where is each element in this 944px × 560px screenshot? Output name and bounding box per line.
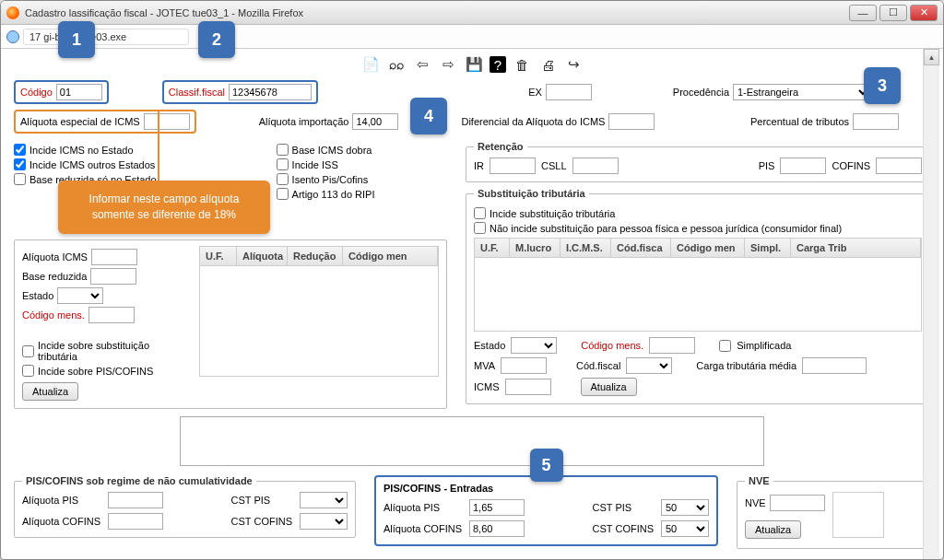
scroll-up-icon[interactable]: ▲ bbox=[924, 49, 939, 65]
proced-select[interactable]: 1-Estrangeira bbox=[733, 84, 871, 100]
classif-input[interactable] bbox=[229, 84, 312, 100]
fieldset-sub-trib: Substituição tributária Incide substitui… bbox=[466, 188, 930, 404]
icms2-input[interactable] bbox=[505, 379, 551, 395]
close-button[interactable]: ✕ bbox=[910, 5, 938, 21]
nve-input[interactable] bbox=[770, 495, 825, 511]
lbl-nao-inc: Não incide substituição para pessoa físi… bbox=[490, 223, 842, 234]
estado2-select[interactable] bbox=[511, 337, 557, 354]
trash-icon[interactable]: 🗑 bbox=[512, 54, 532, 75]
base-reduz-input[interactable] bbox=[90, 268, 136, 285]
ex-label: EX bbox=[528, 87, 542, 98]
estado2-lbl: Estado bbox=[474, 340, 505, 351]
tooltip-aliquota: Informar neste campo alíquota somente se… bbox=[58, 181, 270, 234]
tbl1-h-aliq: Alíquota bbox=[237, 247, 288, 265]
t2-cf: Cód.fisca bbox=[611, 239, 671, 257]
chk-inc-sub[interactable] bbox=[474, 207, 486, 219]
e-cstpis-lbl: CST PIS bbox=[593, 502, 654, 513]
new-icon[interactable]: 📄 bbox=[360, 54, 381, 75]
chk-simpl[interactable] bbox=[719, 340, 731, 352]
base-reduz-lbl: Base reduzida bbox=[22, 271, 87, 282]
t2-uf: U.F. bbox=[475, 239, 510, 257]
atualiza-button-left[interactable]: Atualiza bbox=[22, 382, 78, 401]
e-aliqpis-input[interactable] bbox=[469, 499, 525, 516]
estado-select[interactable] bbox=[57, 287, 103, 304]
aliq-especial-group: Alíquota especial de ICMS bbox=[14, 110, 196, 134]
e-aliqcof-input[interactable] bbox=[469, 520, 525, 537]
nc-cstpis-select[interactable] bbox=[300, 492, 348, 508]
save-icon[interactable]: 💾 bbox=[464, 54, 484, 75]
codmens-input[interactable] bbox=[88, 307, 135, 323]
chk-incide-estado[interactable] bbox=[14, 144, 26, 156]
vertical-scrollbar[interactable]: ▲ bbox=[923, 49, 939, 559]
carga-input[interactable] bbox=[802, 357, 867, 374]
csll-input[interactable] bbox=[572, 158, 619, 174]
print-icon[interactable]: 🖨 bbox=[537, 54, 558, 75]
nve-legend: NVE bbox=[745, 475, 773, 486]
maximize-button[interactable]: ☐ bbox=[879, 5, 907, 21]
globe-icon bbox=[6, 30, 19, 43]
ex-input[interactable] bbox=[546, 84, 592, 100]
url-text[interactable]: 17 gi-bin/jtetue03.exe bbox=[23, 29, 189, 45]
aliq-icms-input[interactable] bbox=[91, 249, 137, 265]
tbl1-header: U.F. Alíquota Redução Código men bbox=[199, 246, 439, 266]
codmens2-input[interactable] bbox=[649, 337, 695, 354]
large-textarea[interactable] bbox=[180, 416, 764, 466]
nve-list[interactable] bbox=[832, 492, 884, 538]
atualiza-button-right[interactable]: Atualiza bbox=[581, 378, 637, 396]
dif-icms-input[interactable] bbox=[608, 113, 655, 130]
pcnc-legend: PIS/COFINS sob regime de não cumulativid… bbox=[22, 475, 256, 486]
back-arrow-icon[interactable]: ⇦ bbox=[412, 54, 432, 75]
lbl-art113: Artigo 113 do RIPI bbox=[292, 189, 375, 200]
fieldset-piscofins-nc: PIS/COFINS sob regime de não cumulativid… bbox=[14, 475, 356, 538]
nc-cstcof-select[interactable] bbox=[300, 513, 348, 530]
nc-aliqcof-input[interactable] bbox=[108, 513, 163, 530]
firefox-icon bbox=[6, 6, 19, 19]
binoculars-icon[interactable]: ⌕⌕ bbox=[386, 54, 407, 75]
fieldset-nve: NVE NVE Atualiza bbox=[737, 475, 930, 549]
e-cstcof-select[interactable]: 50 bbox=[661, 520, 709, 537]
chk-base-red[interactable] bbox=[14, 173, 26, 185]
chk-nao-inc[interactable] bbox=[474, 222, 486, 234]
chk-base-dobra[interactable] bbox=[277, 144, 289, 156]
lbl-sobre-pc: Incide sobre PIS/COFINS bbox=[38, 366, 153, 377]
aliq-imp-input[interactable] bbox=[352, 113, 398, 130]
chk-art113[interactable] bbox=[277, 188, 289, 200]
help-icon[interactable]: ? bbox=[490, 56, 506, 73]
lbl-incide-iss: Incide ISS bbox=[292, 159, 338, 170]
lbl-base-dobra: Base ICMS dobra bbox=[292, 145, 372, 156]
chk-incide-iss[interactable] bbox=[277, 158, 289, 170]
chk-sobre-pc[interactable] bbox=[22, 365, 34, 377]
codfiscal-select[interactable] bbox=[626, 357, 672, 374]
codmens2-lbl: Código mens. bbox=[581, 340, 643, 351]
lbl-incide-estado: Incide ICMS no Estado bbox=[30, 145, 134, 156]
lbl-sobre-sub: Incide sobre substituição tributária bbox=[38, 340, 188, 362]
e-cstpis-select[interactable]: 50 bbox=[661, 499, 709, 516]
minimize-button[interactable]: — bbox=[849, 5, 877, 21]
chk-sobre-sub[interactable] bbox=[22, 345, 34, 357]
nve-lbl: NVE bbox=[745, 497, 766, 508]
exit-icon[interactable]: ↪ bbox=[563, 54, 584, 75]
aliq-imp-label: Alíquota importação bbox=[259, 116, 349, 127]
forward-arrow-icon[interactable]: ⇨ bbox=[438, 54, 458, 75]
app-window: Cadastro lassificação fiscal - JOTEC tue… bbox=[0, 0, 944, 560]
aliq-esp-input[interactable] bbox=[144, 113, 190, 130]
nc-aliqpis-input[interactable] bbox=[108, 492, 163, 508]
address-bar: 17 gi-bin/jtetue03.exe bbox=[1, 25, 943, 49]
ir-input[interactable] bbox=[490, 158, 536, 174]
tbl2-body[interactable] bbox=[474, 258, 922, 332]
t2-ct: Carga Trib bbox=[791, 239, 921, 257]
atualiza-button-nve[interactable]: Atualiza bbox=[745, 520, 801, 539]
t2-simpl: Simpl. bbox=[745, 239, 791, 257]
mva-input[interactable] bbox=[501, 357, 547, 374]
nc-aliqpis-lbl: Alíquota PIS bbox=[22, 495, 100, 506]
cofins-input[interactable] bbox=[876, 158, 922, 174]
simpl-lbl: Simplificada bbox=[737, 340, 791, 351]
pis-input[interactable] bbox=[780, 158, 826, 174]
perc-trib-input[interactable] bbox=[853, 113, 899, 130]
chk-isento[interactable] bbox=[277, 173, 289, 185]
t2-ml: M.lucro bbox=[510, 239, 560, 257]
tbl1-body[interactable] bbox=[199, 266, 439, 377]
chk-incide-outros[interactable] bbox=[14, 158, 26, 170]
codigo-input[interactable] bbox=[56, 84, 102, 100]
e-aliqpis-lbl: Alíquota PIS bbox=[384, 502, 462, 513]
